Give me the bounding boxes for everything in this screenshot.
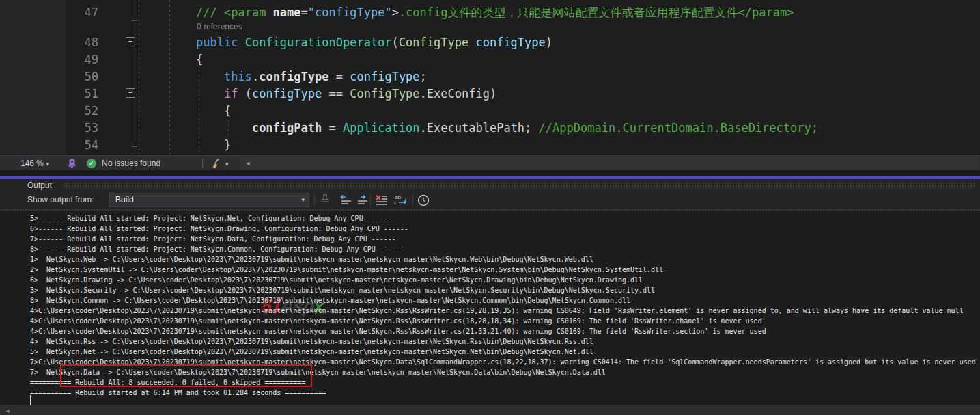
code-token: (: [392, 36, 399, 49]
broom-glyph: [210, 158, 222, 169]
output-horizontal-scrollbar[interactable]: ◂: [0, 405, 980, 415]
code-area[interactable]: /// <param name="configType">.config文件的类…: [0, 0, 980, 155]
vs-ide-window: 4748495051525354 − − /// <param name="co…: [0, 0, 980, 415]
broom-dropdown-caret[interactable]: ▾: [225, 156, 229, 171]
scroll-left-arrow-icon[interactable]: ◂: [243, 157, 253, 170]
next-message-icon[interactable]: [355, 193, 370, 207]
svg-text:ab: ab: [395, 194, 401, 200]
output-source-value: Build: [115, 195, 134, 204]
code-line: public ConfigurationOperator(ConfigType …: [196, 34, 552, 51]
purple-tool-glyph: [67, 158, 77, 169]
chevron-down-icon: ▾: [46, 161, 49, 168]
clear-all-glyph: [374, 193, 389, 206]
code-token: ConfigType: [399, 36, 476, 49]
output-line: 4> NetSkycn.Rss -> C:\Users\coder\Deskto…: [30, 336, 593, 347]
code-token: this: [224, 70, 252, 83]
code-token: Application: [343, 121, 420, 135]
chevron-down-icon: ▾: [225, 161, 229, 168]
output-panel-title: Output: [27, 180, 52, 190]
code-token: configType: [259, 70, 328, 83]
code-token: ConfigurationOperator: [245, 36, 392, 49]
code-token: =: [301, 5, 308, 19]
code-lens-references[interactable]: 0 references: [197, 22, 242, 31]
code-token: .: [420, 87, 427, 101]
code-token: </param>: [738, 5, 794, 19]
editor-horizontal-scrollbar[interactable]: ◂: [240, 157, 979, 170]
code-token: {: [196, 53, 203, 66]
output-title-bar[interactable]: Output: [0, 179, 980, 191]
show-output-from-label: Show output from:: [27, 195, 94, 204]
code-token: name: [273, 5, 301, 19]
scroll-left-arrow-icon[interactable]: ◂: [3, 405, 12, 415]
code-token: configType: [475, 36, 545, 49]
code-line: {: [196, 51, 203, 68]
code-line: if (configType == ConfigType.ExeConfig): [196, 85, 496, 103]
output-line: 1> NetSkycn.Web -> C:\Users\coder\Deskto…: [30, 254, 593, 265]
output-source-dropdown[interactable]: Build ▾: [109, 193, 309, 207]
code-line: /// <param name="configType">.config文件的类…: [196, 4, 794, 21]
code-line: {: [196, 103, 231, 120]
toolbar-separator: [412, 194, 413, 206]
code-token: =: [329, 70, 350, 83]
output-toolbar: Show output from: Build ▾: [0, 191, 980, 209]
toolbar-separator: [314, 194, 315, 206]
output-panel: Output Show output from: Build ▾: [0, 179, 980, 415]
output-line: 4>C:\Users\coder\Desktop\2023\7\20230719…: [30, 316, 762, 326]
code-token: (: [238, 87, 251, 101]
find-message-glyph: [318, 193, 332, 206]
code-token: ///: [196, 5, 224, 19]
timestamp-icon[interactable]: [417, 193, 432, 207]
code-token: ;: [524, 121, 538, 135]
clear-all-icon[interactable]: [374, 193, 389, 207]
output-line: 6>------ Rebuild All started: Project: N…: [30, 224, 408, 234]
toolbar-separator: [370, 194, 371, 206]
chevron-down-icon: ▾: [301, 193, 305, 206]
code-token: {: [196, 104, 231, 118]
code-token: "configType": [308, 5, 392, 19]
previous-message-icon[interactable]: [339, 193, 354, 207]
code-token: public: [196, 36, 245, 49]
code-token: [196, 121, 252, 135]
clock-glyph: [417, 193, 430, 207]
editor-status-bar: 146 % ▾ ✓ No issues found ▾ ◂: [0, 155, 980, 170]
health-status-label[interactable]: No issues found: [102, 156, 160, 171]
code-token: .: [420, 121, 427, 135]
output-line: 4>C:\Users\coder\Desktop\2023\7\20230719…: [30, 326, 766, 336]
output-line: 5> NetSkycn.Net -> C:\Users\coder\Deskto…: [30, 347, 593, 357]
code-token: configType: [350, 70, 419, 83]
zoom-level-value: 146 %: [20, 159, 44, 168]
output-line: 3> NetSkycn.Security -> C:\Users\coder\D…: [30, 285, 655, 295]
output-line: 5>------ Rebuild All started: Project: N…: [30, 213, 392, 224]
word-wrap-icon[interactable]: ab c: [393, 193, 408, 207]
code-token: ): [490, 87, 496, 101]
code-token: [196, 70, 224, 83]
previous-message-glyph: [339, 193, 354, 206]
output-line: 4>C:\Users\coder\Desktop\2023\7\20230719…: [30, 306, 964, 316]
output-line: 7>------ Rebuild All started: Project: N…: [30, 234, 396, 244]
code-token: ConfigType: [350, 87, 419, 101]
output-log[interactable]: 51Aspx 5>------ Rebuild All started: Pro…: [0, 211, 980, 405]
svg-text:c: c: [394, 200, 397, 205]
panel-gap: [0, 170, 980, 176]
code-token: ExecutablePath: [427, 121, 524, 135]
code-token: >: [392, 5, 399, 19]
code-token: ==: [322, 87, 350, 101]
code-token: ;: [420, 70, 427, 83]
code-token: }: [196, 138, 231, 152]
find-message-icon[interactable]: [318, 193, 333, 207]
code-token: [196, 87, 224, 101]
zoom-level-control[interactable]: 146 % ▾: [20, 156, 49, 171]
code-line: configPath = Application.ExecutablePath;…: [196, 120, 818, 137]
code-editor[interactable]: 4748495051525354 − − /// <param name="co…: [0, 0, 980, 155]
code-line: this.configType = configType;: [196, 68, 427, 85]
code-token: configType: [252, 87, 322, 101]
word-wrap-glyph: ab c: [393, 193, 410, 206]
health-check-icon[interactable]: ✓: [87, 159, 96, 168]
code-token: //AppDomain.CurrentDomain.BaseDirectory;: [539, 121, 818, 135]
divider: [202, 159, 203, 168]
output-line: 2> NetSkycn.SystemUtil -> C:\Users\coder…: [30, 265, 663, 275]
code-token: .: [252, 70, 259, 83]
next-message-glyph: [355, 193, 370, 206]
output-line: 6> NetSkycn.Drawing -> C:\Users\coder\De…: [30, 275, 643, 285]
code-token: .config文件的类型，只能是网站配置文件或者应用程序配置文件: [399, 5, 738, 19]
